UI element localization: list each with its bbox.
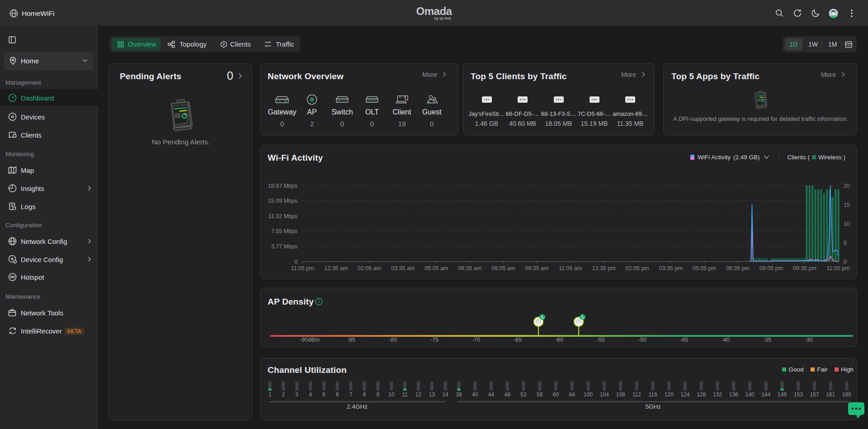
svg-text:03:35 am: 03:35 am	[391, 265, 415, 272]
svg-text:11:05 pm: 11:05 pm	[291, 265, 314, 272]
svg-text:60: 60	[553, 391, 559, 398]
svg-text:0: 0	[294, 259, 297, 265]
svg-text:104: 104	[600, 391, 609, 398]
svg-text:-50: -50	[638, 337, 646, 343]
svg-text:9: 9	[376, 391, 379, 398]
svg-text:-30: -30	[805, 337, 813, 343]
svg-text:6: 6	[336, 391, 339, 398]
svg-text:165: 165	[842, 391, 851, 398]
svg-text:124: 124	[680, 391, 689, 398]
svg-text:3: 3	[295, 391, 298, 398]
svg-text:140: 140	[745, 391, 754, 398]
svg-text:5: 5	[844, 240, 847, 246]
svg-text:112: 112	[632, 391, 641, 398]
svg-text:1: 1	[269, 391, 272, 398]
svg-text:06:35 pm: 06:35 pm	[726, 265, 750, 272]
svg-text:10: 10	[388, 391, 395, 398]
svg-text:08:05 pm: 08:05 pm	[760, 265, 783, 272]
svg-text:2.4GHz: 2.4GHz	[347, 403, 368, 410]
svg-text:11:00 pm: 11:00 pm	[826, 265, 849, 272]
svg-text:02:05 pm: 02:05 pm	[626, 265, 649, 272]
svg-text:03:35 pm: 03:35 pm	[659, 265, 683, 272]
svg-text:36: 36	[456, 391, 462, 398]
svg-text:40: 40	[472, 391, 478, 398]
svg-text:-75: -75	[430, 337, 439, 343]
svg-text:20: 20	[844, 183, 850, 189]
svg-text:48: 48	[505, 391, 511, 398]
svg-text:7: 7	[349, 391, 353, 398]
svg-text:128: 128	[697, 391, 706, 398]
svg-text:-90dBm: -90dBm	[300, 337, 320, 343]
svg-text:12: 12	[415, 391, 422, 398]
svg-text:7.55 Mbps: 7.55 Mbps	[271, 228, 297, 234]
svg-text:12:35 pm: 12:35 pm	[592, 265, 616, 272]
svg-text:14: 14	[442, 391, 448, 398]
svg-text:4: 4	[309, 391, 312, 398]
svg-text:116: 116	[648, 391, 657, 398]
svg-text:132: 132	[713, 391, 722, 398]
svg-text:15: 15	[844, 202, 850, 208]
svg-text:06:35 am: 06:35 am	[458, 265, 481, 272]
svg-text:-60: -60	[555, 337, 563, 343]
svg-text:64: 64	[569, 391, 576, 398]
svg-text:108: 108	[616, 391, 625, 398]
svg-text:5: 5	[322, 391, 326, 398]
svg-text:2: 2	[282, 391, 285, 398]
svg-text:1: 1	[541, 315, 543, 319]
svg-text:120: 120	[665, 391, 674, 398]
svg-text:100: 100	[584, 391, 593, 398]
svg-text:161: 161	[826, 391, 835, 398]
svg-text:-70: -70	[472, 337, 480, 343]
svg-text:56: 56	[537, 391, 543, 398]
svg-text:-65: -65	[514, 337, 522, 343]
svg-text:3.77 Mbps: 3.77 Mbps	[271, 243, 297, 250]
svg-text:-80: -80	[389, 337, 397, 343]
svg-text:18.87 Mbps: 18.87 Mbps	[268, 183, 297, 189]
svg-text:144: 144	[761, 391, 770, 398]
svg-text:02:05 am: 02:05 am	[358, 265, 381, 272]
svg-text:-85: -85	[347, 337, 355, 343]
svg-text:157: 157	[810, 391, 819, 398]
svg-text:10: 10	[844, 221, 850, 227]
svg-text:12:35 am: 12:35 am	[324, 265, 348, 272]
svg-text:15.09 Mbps: 15.09 Mbps	[268, 198, 297, 204]
svg-text:0: 0	[844, 259, 847, 265]
svg-text:153: 153	[794, 391, 803, 398]
svg-text:136: 136	[729, 391, 738, 398]
svg-text:08:05 am: 08:05 am	[491, 265, 515, 272]
svg-text:5GHz: 5GHz	[646, 403, 661, 410]
svg-text:-55: -55	[597, 337, 605, 343]
svg-text:52: 52	[520, 391, 527, 398]
svg-text:11:05 am: 11:05 am	[559, 265, 582, 272]
svg-text:-40: -40	[722, 337, 730, 343]
svg-text:8: 8	[363, 391, 366, 398]
svg-text:1: 1	[581, 315, 584, 319]
svg-text:149: 149	[778, 391, 787, 398]
svg-text:05:05 pm: 05:05 pm	[693, 265, 716, 272]
svg-text:-45: -45	[680, 337, 688, 343]
svg-text:11: 11	[402, 391, 408, 398]
svg-text:44: 44	[488, 391, 495, 398]
svg-text:09:35 pm: 09:35 pm	[793, 265, 816, 272]
svg-text:11.32 Mbps: 11.32 Mbps	[269, 213, 297, 219]
svg-text:13: 13	[429, 391, 435, 398]
svg-text:09:35 am: 09:35 am	[525, 265, 548, 272]
svg-text:-35: -35	[763, 337, 771, 343]
svg-text:05:05 am: 05:05 am	[425, 265, 448, 272]
